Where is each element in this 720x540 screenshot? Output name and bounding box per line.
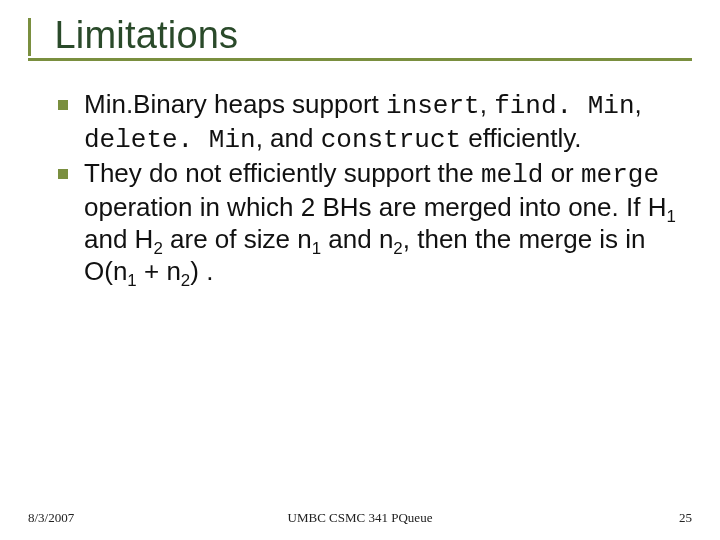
footer-center: UMBC CSMC 341 PQueue [0, 510, 720, 526]
bullet-item: Min.Binary heaps support insert, find. M… [52, 89, 686, 156]
text: + n [137, 256, 181, 286]
subscript: 2 [393, 239, 402, 258]
slide-body: Min.Binary heaps support insert, find. M… [28, 89, 692, 287]
code: delete. Min [84, 125, 256, 155]
title-accent [28, 18, 46, 56]
bullet-item: They do not efficiently support the meld… [52, 158, 686, 287]
text: , [480, 89, 494, 119]
code: find. Min [494, 91, 634, 121]
text: and H [84, 224, 153, 254]
slide-title: Limitations [54, 16, 238, 56]
code: meld [481, 160, 543, 190]
text: ) . [190, 256, 213, 286]
code: merge [581, 160, 659, 190]
text: , [635, 89, 642, 119]
text: operation in which 2 BHs are merged into… [84, 192, 666, 222]
subscript: 1 [312, 239, 321, 258]
text: They do not efficiently support the [84, 158, 481, 188]
subscript: 1 [127, 271, 136, 290]
text: efficiently. [461, 123, 581, 153]
title-row: Limitations [28, 18, 692, 61]
text: Min.Binary heaps support [84, 89, 386, 119]
subscript: 1 [666, 207, 675, 226]
slide: Limitations Min.Binary heaps support ins… [0, 0, 720, 540]
code: insert [386, 91, 480, 121]
footer-page-number: 25 [679, 510, 692, 526]
text: or [543, 158, 581, 188]
code: construct [321, 125, 461, 155]
text: , and [256, 123, 321, 153]
text: are of size n [163, 224, 312, 254]
text: and n [321, 224, 393, 254]
subscript: 2 [181, 271, 190, 290]
